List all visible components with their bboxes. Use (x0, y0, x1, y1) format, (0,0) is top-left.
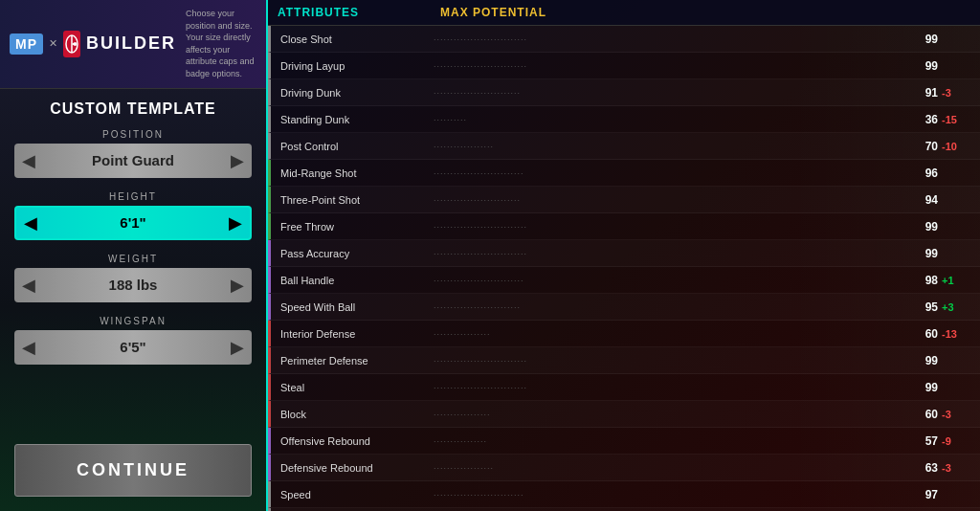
attr-value: 99 (911, 354, 938, 367)
table-row: Three-Point Shot ·······················… (268, 187, 980, 213)
attr-name: Speed With Ball (280, 301, 434, 313)
attr-name: Driving Layup (280, 60, 434, 72)
attr-modifier: +1 (942, 275, 970, 286)
wingspan-group: WINGSPAN ◀ 6'5" ▶ (14, 316, 252, 365)
attr-dots: ·························· (434, 302, 911, 312)
attr-modifier: -15 (942, 114, 970, 125)
attr-name: Block (280, 409, 434, 420)
attr-dots: ···························· (434, 222, 911, 232)
table-row: Defensive Rebound ·················· 63 … (268, 455, 980, 481)
left-panel: MP ✕ BUILDER Choose your position and si… (0, 0, 268, 511)
attr-dots: ···························· (434, 249, 911, 258)
weight-group: WEIGHT ◀ 188 lbs ▶ (14, 254, 252, 302)
header-description: Choose your position and size. Your size… (186, 8, 256, 80)
table-row: Block ················· 60 -3 (268, 401, 980, 428)
position-selector[interactable]: ◀ Point Guard ▶ (14, 144, 252, 178)
attr-value: 99 (911, 381, 938, 394)
attr-dots: ···························· (434, 34, 911, 44)
weight-prev-button[interactable]: ◀ (14, 268, 43, 302)
attr-value: 36 (911, 113, 938, 126)
attr-modifier: -10 (942, 141, 970, 152)
position-prev-button[interactable]: ◀ (14, 144, 43, 178)
attr-value: 96 (911, 167, 938, 180)
table-row: Speed With Ball ························… (268, 294, 980, 321)
section-title: CUSTOM TEMPLATE (14, 100, 252, 118)
table-row: Driving Layup ··························… (268, 53, 980, 79)
attr-name: Offensive Rebound (280, 435, 434, 447)
attr-dots: ···························· (434, 61, 911, 71)
wingspan-label: WINGSPAN (14, 316, 252, 326)
attr-name: Free Throw (280, 221, 434, 233)
height-prev-button[interactable]: ◀ (16, 208, 45, 238)
wingspan-prev-button[interactable]: ◀ (14, 330, 43, 365)
table-row: Speed ··························· 97 (268, 481, 980, 508)
attr-value: 95 (911, 300, 938, 314)
table-row: Post Control ·················· 70 -10 (268, 133, 980, 160)
position-group: POSITION ◀ Point Guard ▶ (14, 129, 252, 178)
attr-value: 99 (911, 247, 938, 260)
attr-modifier: -3 (942, 462, 970, 474)
attr-modifier: -9 (942, 435, 970, 447)
table-row: Steal ···························· 99 (268, 374, 980, 401)
wingspan-selector[interactable]: ◀ 6'5" ▶ (14, 330, 252, 365)
attr-value: 60 (911, 327, 938, 341)
attr-name: Mid-Range Shot (280, 167, 434, 179)
attr-dots: ···························· (434, 383, 911, 392)
position-next-button[interactable]: ▶ (223, 144, 252, 178)
attr-name: Ball Handle (280, 275, 434, 286)
attr-dots: ·················· (434, 463, 911, 473)
weight-next-button[interactable]: ▶ (223, 268, 252, 302)
attributes-list: Close Shot ···························· … (268, 26, 980, 511)
builder-label: BUILDER (86, 33, 176, 54)
header-bar: MP ✕ BUILDER Choose your position and si… (0, 0, 266, 89)
attr-name: Defensive Rebound (280, 462, 434, 474)
table-row: Interior Defense ················· 60 -1… (268, 321, 980, 347)
height-selector[interactable]: ◀ 6'1" ▶ (14, 206, 252, 240)
attr-dots: ·········· (434, 115, 911, 124)
attr-dots: ················ (434, 436, 911, 446)
attr-value: 57 (911, 434, 938, 448)
wingspan-next-button[interactable]: ▶ (223, 330, 252, 365)
attr-dots: ··························· (434, 168, 911, 178)
attr-name: Driving Dunk (280, 87, 434, 99)
attr-dots: ··························· (434, 276, 911, 285)
attributes-header: ATTRIBUTES MAX POTENTIAL (268, 0, 980, 26)
height-label: HEIGHT (14, 191, 252, 202)
attr-value: 91 (911, 86, 938, 100)
table-row: Driving Dunk ·························· … (268, 79, 980, 106)
attr-value: 70 (911, 140, 938, 153)
weight-label: WEIGHT (14, 254, 252, 264)
table-row: Perimeter Defense ······················… (268, 347, 980, 374)
attr-name: Pass Accuracy (280, 248, 434, 259)
mp-logo: MP (10, 33, 43, 55)
attr-name: Perimeter Defense (280, 355, 434, 367)
attributes-col-header: ATTRIBUTES (278, 6, 440, 19)
attr-value: 98 (911, 274, 938, 287)
continue-button[interactable]: CONTINUE (14, 444, 252, 497)
table-row: Close Shot ···························· … (268, 26, 980, 53)
attr-value: 99 (911, 220, 938, 233)
table-row: Offensive Rebound ················ 57 -9 (268, 428, 980, 455)
table-row: Pass Accuracy ··························… (268, 240, 980, 267)
attr-name: Three-Point Shot (280, 194, 434, 206)
attr-name: Standing Dunk (280, 114, 434, 125)
x-separator: ✕ (49, 37, 57, 50)
attr-dots: ·················· (434, 142, 911, 151)
position-value: Point Guard (43, 152, 223, 168)
attr-name: Interior Defense (280, 328, 434, 340)
table-row: Mid-Range Shot ·························… (268, 160, 980, 187)
attr-modifier: +3 (942, 301, 970, 313)
position-label: POSITION (14, 129, 252, 140)
attr-value: 99 (911, 59, 938, 73)
weight-value: 188 lbs (43, 277, 223, 293)
attr-dots: ·························· (434, 195, 911, 205)
height-next-button[interactable]: ▶ (221, 208, 250, 238)
attr-value: 63 (911, 461, 938, 475)
height-value: 6'1" (45, 214, 221, 231)
attr-value: 99 (911, 33, 938, 46)
attr-name: Speed (280, 489, 434, 500)
attr-name: Close Shot (280, 33, 434, 45)
custom-template-section: CUSTOM TEMPLATE POSITION ◀ Point Guard ▶… (0, 89, 266, 434)
table-row: Ball Handle ··························· … (268, 267, 980, 294)
weight-selector[interactable]: ◀ 188 lbs ▶ (14, 268, 252, 302)
